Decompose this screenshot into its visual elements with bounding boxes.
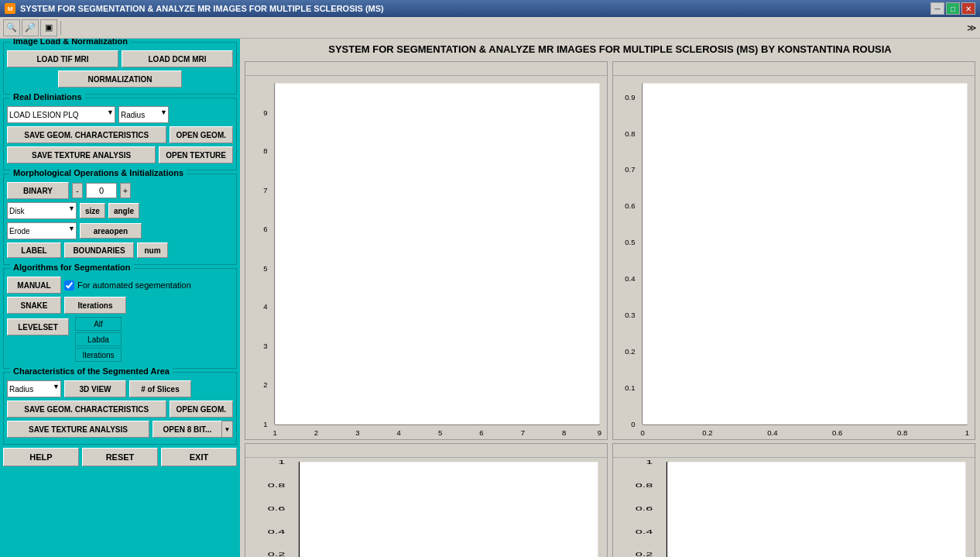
toolbar-menu[interactable]: ≫ xyxy=(967,22,977,33)
reset-btn[interactable]: RESET xyxy=(82,448,158,466)
main-right-axes: 0 0.1 0.2 0.3 0.4 0.5 0.6 0.7 0.8 0.9 0 … xyxy=(613,76,975,439)
svg-rect-20 xyxy=(275,84,599,425)
load-lesion-select[interactable]: LOAD LESION PLQ xyxy=(7,106,115,123)
svg-text:9: 9 xyxy=(263,108,267,117)
open-8bit-btn[interactable]: OPEN 8 BIT... xyxy=(152,421,222,438)
window-title: SYSTEM FOR SEGMENTATION & ANALYZE MR IMA… xyxy=(20,4,384,13)
right-panel: SYSTEM FOR SEGMENTATION & ANALYZE MR IMA… xyxy=(240,39,980,557)
save-texture-btn[interactable]: SAVE TEXTURE ANALYSIS xyxy=(7,146,156,163)
left-panel: Image Load & Normalization LOAD TIF MRI … xyxy=(0,39,240,557)
char-save-geom-btn[interactable]: SAVE GEOM. CHARACTERISTICS xyxy=(7,401,166,418)
svg-text:6: 6 xyxy=(479,428,483,437)
svg-text:8: 8 xyxy=(263,146,267,155)
toolbar: 🔍 🔎 ▣ ≫ xyxy=(0,17,980,39)
main-left-axes: 1 2 3 4 5 6 7 8 9 1 2 3 4 5 xyxy=(245,76,607,439)
svg-text:0.6: 0.6 xyxy=(268,506,286,512)
app-icon: M xyxy=(5,3,15,14)
real-delin-section: Real Deliniations LOAD LESION PLQ ▼ Radi… xyxy=(3,98,237,170)
svg-text:0.6: 0.6 xyxy=(636,506,653,512)
svg-text:0.2: 0.2 xyxy=(636,552,653,557)
alf-input[interactable] xyxy=(75,317,122,331)
svg-text:7: 7 xyxy=(263,186,267,194)
label-btn[interactable]: LABEL xyxy=(7,242,61,258)
help-btn[interactable]: HELP xyxy=(3,448,79,466)
svg-text:0.1: 0.1 xyxy=(625,383,635,392)
erode-select[interactable]: Erode xyxy=(7,222,77,239)
manual-btn[interactable]: MANUAL xyxy=(7,277,61,294)
svg-text:1: 1 xyxy=(965,428,969,437)
minus-btn[interactable]: - xyxy=(72,183,83,198)
slices-btn[interactable]: # of Slices xyxy=(129,380,191,397)
maximize-btn[interactable]: □ xyxy=(946,2,960,15)
svg-text:2: 2 xyxy=(314,428,318,437)
labda-input[interactable] xyxy=(75,332,122,346)
save-geom-btn[interactable]: SAVE GEOM. CHARACTERISTICS xyxy=(7,126,166,143)
main-right-plot: 0 0.1 0.2 0.3 0.4 0.5 0.6 0.7 0.8 0.9 0 … xyxy=(612,61,975,440)
binary-btn[interactable]: BINARY xyxy=(7,182,69,199)
svg-text:0.2: 0.2 xyxy=(702,428,712,437)
open-texture-btn[interactable]: OPEN TEXTURE xyxy=(159,146,233,163)
svg-text:0.4: 0.4 xyxy=(767,428,778,437)
svg-text:2: 2 xyxy=(263,380,267,389)
footer-buttons: HELP RESET EXIT xyxy=(3,448,237,466)
view3d-btn[interactable]: 3D VIEW xyxy=(64,380,126,397)
morph-section: Morphological Operations & Initializatio… xyxy=(3,174,237,265)
boundaries-btn[interactable]: BOUNDARIES xyxy=(64,242,134,258)
bottom-left-plot: 1 1 1 0 0.5 1 0 0.2 0.4 0.6 xyxy=(245,443,608,557)
load-tif-btn[interactable]: LOAD TIF MRI xyxy=(7,50,118,67)
image-load-title: Image Load & Normalization xyxy=(10,39,131,46)
image-load-section: Image Load & Normalization LOAD TIF MRI … xyxy=(3,42,237,95)
open-8bit-arrow[interactable]: ▼ xyxy=(222,421,233,438)
svg-text:0.9: 0.9 xyxy=(625,93,635,101)
size-btn[interactable]: size xyxy=(80,203,105,218)
main-left-canvas: 1 2 3 4 5 6 7 8 9 1 2 3 4 5 xyxy=(245,76,607,439)
toolbar-reset[interactable]: ▣ xyxy=(40,19,57,36)
svg-text:0: 0 xyxy=(640,428,644,437)
svg-rect-48 xyxy=(300,462,598,557)
load-dcm-btn[interactable]: LOAD DCM MRI xyxy=(122,50,233,67)
num-btn[interactable]: num xyxy=(137,242,168,258)
auto-checkbox[interactable] xyxy=(64,280,74,291)
window-controls: ─ □ ✕ xyxy=(930,2,975,15)
close-btn[interactable]: ✕ xyxy=(961,2,975,15)
exit-btn[interactable]: EXIT xyxy=(161,448,237,466)
minimize-btn[interactable]: ─ xyxy=(930,2,944,15)
svg-text:0.3: 0.3 xyxy=(625,311,635,319)
svg-text:5: 5 xyxy=(438,428,442,437)
svg-text:0.8: 0.8 xyxy=(636,483,653,489)
svg-text:0.5: 0.5 xyxy=(625,238,635,246)
num-input[interactable] xyxy=(86,183,117,198)
svg-text:4: 4 xyxy=(263,302,268,311)
levelset-btn[interactable]: LEVELSET xyxy=(7,318,69,335)
svg-text:0.8: 0.8 xyxy=(268,483,286,489)
toolbar-zoom-out[interactable]: 🔎 xyxy=(22,19,39,36)
toolbar-zoom-in[interactable]: 🔍 xyxy=(3,19,20,36)
morph-title: Morphological Operations & Initializatio… xyxy=(10,168,187,177)
radius-select[interactable]: Radius xyxy=(118,106,169,123)
plus-btn[interactable]: + xyxy=(120,183,131,198)
open-geom-btn[interactable]: OPEN GEOM. xyxy=(170,126,233,143)
disk-select[interactable]: Disk xyxy=(7,202,77,219)
svg-text:5: 5 xyxy=(263,264,267,273)
main-left-plot-titlebar xyxy=(245,62,607,76)
auto-check-label[interactable]: For automated segementation xyxy=(64,280,191,291)
char-save-texture-btn[interactable]: SAVE TEXTURE ANALYSIS xyxy=(7,421,149,438)
algorithms-section: Algorithms for Segmentation MANUAL For a… xyxy=(3,268,237,369)
characteristics-radius-select[interactable]: Radius xyxy=(7,380,61,397)
svg-text:0.4: 0.4 xyxy=(268,528,286,535)
snake-btn[interactable]: SNAKE xyxy=(7,297,61,314)
svg-rect-39 xyxy=(642,84,967,425)
real-delin-title: Real Deliniations xyxy=(10,92,85,101)
char-open-geom-btn[interactable]: OPEN GEOM. xyxy=(170,401,233,418)
iterations2-input[interactable] xyxy=(75,348,122,362)
svg-text:0.4: 0.4 xyxy=(636,528,653,535)
svg-text:0.2: 0.2 xyxy=(268,552,286,557)
normalization-btn[interactable]: NORMALIZATION xyxy=(58,70,182,88)
main-right-canvas: 0 0.1 0.2 0.3 0.4 0.5 0.6 0.7 0.8 0.9 0 … xyxy=(613,76,975,439)
auto-label: For automated segementation xyxy=(77,280,191,290)
areaopen-btn[interactable]: areaopen xyxy=(80,223,142,239)
svg-text:0.6: 0.6 xyxy=(832,428,842,437)
angle-btn[interactable]: angle xyxy=(108,203,139,218)
iterations-btn[interactable]: Iterations xyxy=(64,297,126,314)
characteristics-title: Characteristics of the Segmented Area xyxy=(10,366,173,376)
